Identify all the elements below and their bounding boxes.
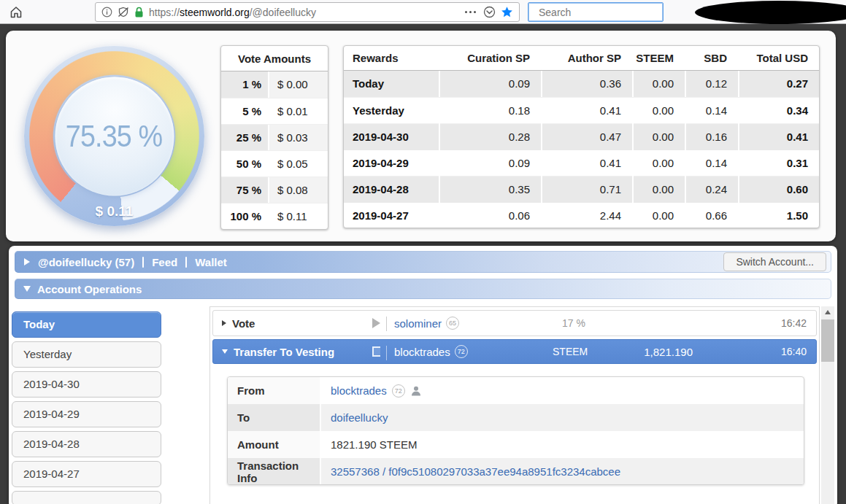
detail-row-to: To doifeellucky — [228, 404, 804, 431]
rewards-table: Rewards Curation SP Author SP STEEM SBD … — [343, 45, 820, 228]
url-scheme: https:// — [149, 7, 180, 18]
col-header: Total USD — [738, 46, 819, 71]
wallet-link[interactable]: Wallet — [195, 256, 227, 268]
reputation-badge: 65 — [446, 317, 459, 330]
operations-scrollbar[interactable] — [821, 306, 834, 504]
feed-link[interactable]: Feed — [152, 256, 177, 268]
vote-pct: 100 % — [221, 203, 269, 229]
operation-type: Vote — [232, 317, 255, 330]
expand-icon — [222, 320, 226, 326]
url-bar[interactable]: https://steemworld.org/@doifeellucky — [95, 2, 520, 22]
reputation-badge: 72 — [455, 345, 468, 358]
operation-row-vote[interactable]: Vote solominer 65 17 % 16:42 — [212, 310, 817, 336]
sidebar-item-date[interactable]: 2019-04-27 — [12, 461, 161, 487]
sidebar-item-date[interactable]: 2019-04-30 — [12, 371, 161, 398]
detail-label: From — [228, 377, 321, 404]
triangle-down-icon — [23, 286, 31, 292]
vote-pct: 75 % — [221, 177, 269, 203]
col-header: Curation SP — [439, 46, 541, 71]
vote-pct: 25 % — [221, 125, 269, 150]
operation-row-transfer[interactable]: Transfer To Vesting blocktrades 72 STEEM… — [212, 339, 817, 364]
transaction-detail-card: From blocktrades 72 To doifeellucky — [227, 376, 804, 485]
vote-usd: $ 0.00 — [269, 71, 328, 98]
separator — [386, 346, 387, 360]
search-bar[interactable] — [528, 2, 664, 22]
col-header: SBD — [685, 46, 738, 71]
amount-value: 1,821.190 — [633, 340, 693, 363]
user-link[interactable]: solominer — [394, 317, 442, 330]
triangle-right-icon — [24, 258, 30, 265]
info-icon[interactable] — [101, 7, 112, 18]
col-header: Rewards — [344, 46, 439, 71]
collapse-icon — [222, 349, 228, 354]
table-row: 100 % $ 0.11 — [221, 203, 328, 229]
table-row: Today0.090.360.000.120.27 — [344, 71, 819, 97]
vote-weight: 17 % — [562, 311, 585, 336]
table-row: 2019-04-300.280.470.000.160.41 — [344, 123, 819, 150]
account-header-bar[interactable]: @doifeellucky (57) Feed Wallet Switch Ac… — [15, 251, 831, 273]
vote-amounts-table: Vote Amounts 1 % $ 0.00 5 % $ 0.01 25 % … — [220, 45, 328, 230]
voting-power-gauge: 75.35 % $ 0.11 — [24, 46, 204, 226]
lock-icon[interactable] — [134, 7, 144, 18]
url-host: steemworld.org — [180, 7, 250, 18]
separator — [386, 317, 387, 331]
browser-toolbar: https://steemworld.org/@doifeellucky — [0, 0, 846, 24]
shield-slash-icon[interactable] — [118, 7, 129, 18]
table-row: Yesterday0.180.410.000.140.34 — [344, 97, 819, 123]
date-sidebar: Today Yesterday 2019-04-30 2019-04-29 20… — [12, 311, 161, 504]
sidebar-item-partial[interactable] — [12, 491, 161, 504]
table-row: 5 % $ 0.01 — [221, 98, 328, 124]
pocket-icon[interactable] — [483, 6, 496, 18]
operation-time: 16:42 — [781, 311, 807, 336]
scrollbar-thumb[interactable] — [821, 319, 834, 362]
transfer-icon — [372, 340, 380, 363]
user-link[interactable]: blocktrades — [331, 384, 387, 397]
table-row: 2019-04-290.090.410.000.140.31 — [344, 150, 819, 176]
home-icon — [9, 6, 23, 19]
transaction-link[interactable]: 32557368 / f0f9c51080297033a37ee94a8951f… — [331, 465, 620, 478]
detail-row-amount: Amount 1821.190 STEEM — [228, 431, 804, 458]
table-row: 1 % $ 0.00 — [221, 71, 328, 98]
operation-time: 16:40 — [781, 340, 807, 363]
scroll-up-icon[interactable] — [821, 310, 834, 314]
table-row: 75 % $ 0.08 — [221, 177, 328, 203]
detail-label: To — [228, 404, 321, 431]
detail-label: Amount — [228, 431, 321, 458]
vote-usd: $ 0.01 — [269, 98, 328, 124]
rewards-header: Rewards Curation SP Author SP STEEM SBD … — [344, 46, 819, 71]
vote-usd: $ 0.08 — [269, 177, 328, 203]
vote-usd: $ 0.11 — [269, 203, 328, 229]
url-text[interactable]: https://steemworld.org/@doifeellucky — [149, 7, 458, 18]
col-header: Author SP — [541, 46, 632, 71]
table-row: 50 % $ 0.05 — [221, 150, 328, 177]
top-panel: 75.35 % $ 0.11 Vote Amounts 1 % $ 0.00 5… — [6, 31, 836, 241]
gauge-face: 75.35 % — [55, 77, 174, 195]
page-actions-icon[interactable] — [463, 11, 478, 13]
sidebar-item-date[interactable]: 2019-04-28 — [12, 431, 161, 457]
search-input[interactable] — [539, 7, 671, 18]
detail-row-from: From blocktrades 72 — [228, 377, 804, 404]
screen: https://steemworld.org/@doifeellucky — [0, 0, 846, 504]
user-link[interactable]: blocktrades — [394, 346, 450, 358]
person-icon[interactable] — [410, 385, 422, 397]
vote-usd: $ 0.03 — [269, 125, 328, 150]
bookmark-star-icon[interactable] — [501, 6, 513, 18]
sidebar-item-yesterday[interactable]: Yesterday — [12, 341, 161, 368]
switch-account-button[interactable]: Switch Account... — [723, 252, 826, 271]
operations-list: Vote solominer 65 17 % 16:42 Transfer To… — [209, 306, 820, 504]
account-operations-bar[interactable]: Account Operations — [15, 279, 831, 299]
table-row: 2019-04-280.350.710.000.240.60 — [344, 176, 819, 202]
home-button[interactable] — [7, 4, 25, 21]
redaction-blob — [695, 1, 846, 24]
operation-type: Transfer To Vesting — [234, 346, 334, 358]
account-name[interactable]: @doifeellucky (57) — [38, 256, 134, 268]
voting-power-percent: 75.35 % — [66, 119, 162, 154]
separator — [185, 257, 187, 268]
user-link[interactable]: doifeellucky — [331, 411, 388, 424]
table-row: 25 % $ 0.03 — [221, 124, 328, 150]
table-row: 2019-04-270.062.440.000.661.50 — [344, 202, 819, 228]
separator — [142, 257, 144, 268]
vote-pct: 50 % — [221, 151, 269, 177]
sidebar-item-today[interactable]: Today — [12, 311, 161, 338]
sidebar-item-date[interactable]: 2019-04-29 — [12, 401, 161, 427]
